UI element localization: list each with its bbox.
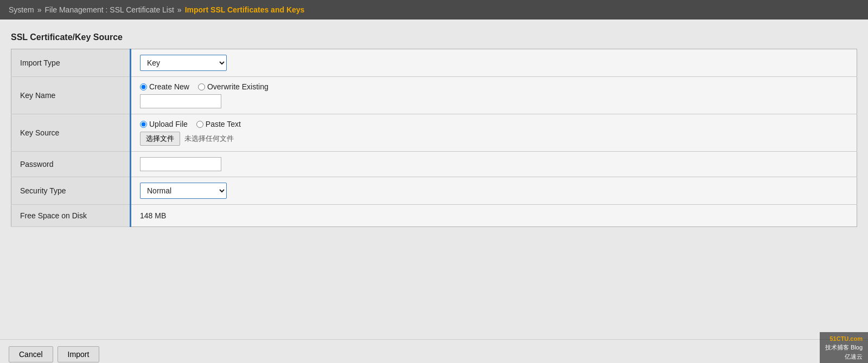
key-source-label: Key Source: [11, 114, 131, 152]
password-input[interactable]: [140, 157, 221, 171]
radio-upload-file-label: Upload File: [149, 120, 188, 128]
table-row: Key Name Create New Overwrite Existing: [11, 77, 857, 114]
table-row: Import Type Key Certificate PKCS#12: [11, 49, 857, 77]
main-content: SSL Certificate/Key Source Import Type K…: [0, 20, 868, 339]
radio-create-new[interactable]: Create New: [140, 82, 189, 91]
breadcrumb-system[interactable]: System: [9, 5, 34, 14]
radio-paste-text[interactable]: Paste Text: [196, 120, 241, 128]
free-space-value: 148 MB: [131, 205, 857, 227]
free-space-text: 148 MB: [140, 211, 166, 220]
watermark-line1: 技术捕客 Blog: [825, 343, 863, 352]
password-value: [131, 152, 857, 177]
breadcrumb-sep-2: »: [177, 5, 182, 14]
import-type-label: Import Type: [11, 49, 131, 77]
watermark-site: 51CTU.com: [825, 334, 863, 343]
key-name-label: Key Name: [11, 77, 131, 114]
security-type-value: Normal High Low: [131, 177, 857, 205]
key-name-value: Create New Overwrite Existing: [131, 77, 857, 114]
choose-file-button[interactable]: 选择文件: [140, 132, 180, 146]
file-no-selected-text: 未选择任何文件: [184, 134, 234, 144]
breadcrumb-current: Import SSL Certificates and Keys: [185, 5, 305, 14]
section-title: SSL Certificate/Key Source: [11, 33, 857, 42]
watermark-line2: 亿速云: [825, 352, 863, 361]
table-row: Free Space on Disk 148 MB: [11, 205, 857, 227]
cancel-button[interactable]: Cancel: [9, 346, 53, 362]
import-button[interactable]: Import: [58, 346, 100, 362]
radio-paste-text-label: Paste Text: [206, 120, 241, 128]
radio-create-new-label: Create New: [149, 82, 189, 91]
key-source-radio-group: Upload File Paste Text: [140, 120, 848, 128]
radio-overwrite-label: Overwrite Existing: [207, 82, 269, 91]
key-name-radio-group: Create New Overwrite Existing: [140, 82, 848, 91]
table-row: Security Type Normal High Low: [11, 177, 857, 205]
password-label: Password: [11, 152, 131, 177]
table-row: Password: [11, 152, 857, 177]
security-type-label: Security Type: [11, 177, 131, 205]
security-type-select[interactable]: Normal High Low: [140, 183, 227, 199]
radio-create-new-input[interactable]: [140, 83, 147, 90]
action-bar: Cancel Import: [0, 339, 868, 363]
free-space-label: Free Space on Disk: [11, 205, 131, 227]
radio-overwrite-input[interactable]: [198, 83, 205, 90]
table-row: Key Source Upload File Paste Text 选择文件 未…: [11, 114, 857, 152]
radio-upload-file[interactable]: Upload File: [140, 120, 188, 128]
form-table: Import Type Key Certificate PKCS#12 Key …: [11, 49, 857, 227]
file-upload-area: 选择文件 未选择任何文件: [140, 132, 848, 146]
breadcrumb-bar: System » File Management : SSL Certifica…: [0, 0, 868, 20]
radio-upload-file-input[interactable]: [140, 121, 147, 128]
import-type-select[interactable]: Key Certificate PKCS#12: [140, 55, 227, 71]
import-type-value: Key Certificate PKCS#12: [131, 49, 857, 77]
key-name-input[interactable]: [140, 94, 221, 108]
breadcrumb-file-management[interactable]: File Management : SSL Certificate List: [44, 5, 174, 14]
radio-paste-text-input[interactable]: [196, 121, 203, 128]
radio-overwrite-existing[interactable]: Overwrite Existing: [198, 82, 269, 91]
breadcrumb-sep-1: »: [37, 5, 42, 14]
watermark: 51CTU.com 技术捕客 Blog 亿速云: [820, 332, 868, 364]
key-source-value: Upload File Paste Text 选择文件 未选择任何文件: [131, 114, 857, 152]
